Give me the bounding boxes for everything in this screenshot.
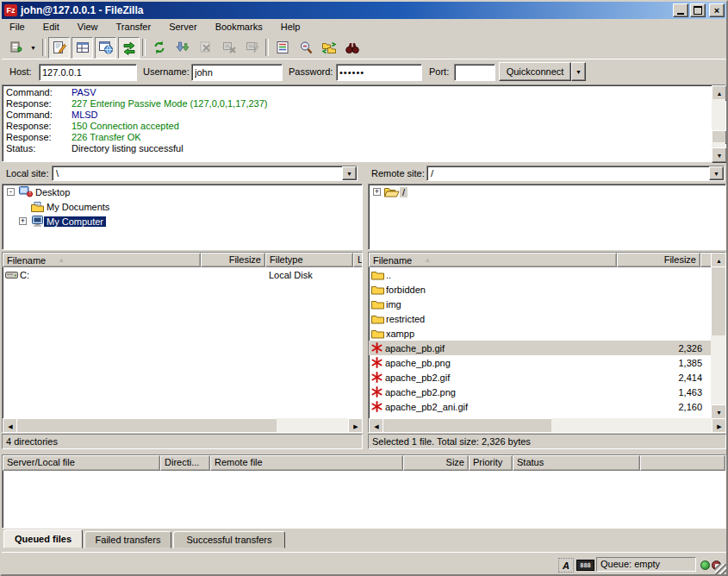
remote-file-row[interactable]: apache_pb2.gif 2,414 xyxy=(369,370,711,385)
menu-transfer[interactable]: Transfer xyxy=(109,19,159,34)
column-header-label: Priority xyxy=(473,457,502,467)
quickconnect-dropdown-button[interactable]: ▼ xyxy=(571,62,586,81)
column-header-server-local-file[interactable]: Server/Local file xyxy=(3,455,160,471)
maximize-button[interactable] xyxy=(690,3,706,17)
scroll-track[interactable] xyxy=(551,418,712,432)
process-queue-button[interactable] xyxy=(171,37,193,59)
tab-failed-transfers[interactable]: Failed transfers xyxy=(84,531,171,548)
toggle-message-log-button[interactable] xyxy=(48,37,70,59)
local-status-text: 4 directories xyxy=(3,436,58,447)
image-file-icon xyxy=(371,401,383,412)
column-header-priority[interactable]: Priority xyxy=(469,455,513,471)
collapse-icon[interactable]: - xyxy=(7,188,15,196)
remote-file-row[interactable]: apache_pb2_ani.gif 2,160 xyxy=(369,399,711,414)
cancel-operation-button[interactable] xyxy=(195,37,216,59)
toggle-remote-treeview-button[interactable] xyxy=(95,37,116,59)
log-line-text: MLSD xyxy=(72,110,98,121)
my-documents-icon xyxy=(31,202,44,212)
scroll-thumb[interactable] xyxy=(711,266,726,337)
queue-tabs: Queued files Failed transfers Successful… xyxy=(2,529,726,549)
folder-icon xyxy=(371,285,384,295)
column-header-filesize[interactable]: Filesize xyxy=(201,253,265,267)
password-input[interactable] xyxy=(336,64,422,81)
local-file-row[interactable]: C: Local Disk xyxy=(3,267,362,282)
remote-file-row[interactable]: forbidden xyxy=(369,282,711,297)
menu-server[interactable]: Server xyxy=(161,19,204,34)
close-button[interactable]: × xyxy=(709,3,725,17)
remote-file-row[interactable]: .. xyxy=(369,267,711,282)
column-header-filesize[interactable]: Filesize xyxy=(617,253,700,267)
column-header-filetype[interactable]: Filetype xyxy=(265,253,353,267)
speed-limits-indicator[interactable]: 888 xyxy=(576,560,594,571)
scroll-track[interactable] xyxy=(712,99,725,130)
scroll-right-button[interactable]: ▶ xyxy=(348,418,363,433)
tab-successful-transfers[interactable]: Successful transfers xyxy=(173,531,285,548)
tree-item-my-computer[interactable]: + My Computer xyxy=(3,214,362,229)
directory-listing-filters-button[interactable] xyxy=(271,37,293,59)
filezilla-app-icon[interactable]: Fz xyxy=(4,4,17,16)
expand-icon[interactable]: + xyxy=(19,217,27,225)
tab-queued-files[interactable]: Queued files xyxy=(3,529,83,548)
remote-file-row[interactable]: img xyxy=(369,297,711,311)
column-header-filename[interactable]: Filename▲ xyxy=(3,253,201,267)
remote-site-dropdown-button[interactable]: ▼ xyxy=(709,166,724,180)
column-header-filename[interactable]: Filename▲ xyxy=(369,253,617,267)
tree-item-label: / xyxy=(400,187,408,197)
remote-status-text: Selected 1 file. Total size: 2,326 bytes xyxy=(369,436,531,447)
log-line: Command:PASV xyxy=(3,87,725,98)
tree-item-my-documents[interactable]: My Documents xyxy=(3,199,362,214)
site-manager-dropdown-button[interactable]: ▼ xyxy=(27,37,40,59)
remote-file-row[interactable]: apache_pb2.png 1,463 xyxy=(369,385,711,399)
scroll-thumb[interactable] xyxy=(383,418,553,433)
menu-edit[interactable]: Edit xyxy=(35,19,67,34)
host-input[interactable] xyxy=(39,64,137,81)
local-status-bar: 4 directories xyxy=(2,434,363,449)
column-header-last-modified[interactable]: L xyxy=(353,253,363,267)
find-files-button[interactable] xyxy=(341,37,363,59)
tree-item-root[interactable]: + / xyxy=(369,185,725,199)
remote-file-row[interactable]: xampp xyxy=(369,326,711,341)
disconnect-button[interactable] xyxy=(218,37,240,59)
compare-directories-button[interactable] xyxy=(295,37,316,59)
menu-file[interactable]: File xyxy=(2,19,33,34)
local-site-combobox[interactable]: \ ▼ xyxy=(52,166,358,181)
column-header-remote-file[interactable]: Remote file xyxy=(210,455,403,471)
quickconnect-button[interactable]: Quickconnect xyxy=(499,62,571,81)
menu-help[interactable]: Help xyxy=(273,19,308,34)
scroll-track[interactable] xyxy=(711,335,725,404)
toggle-local-treeview-button[interactable] xyxy=(72,37,93,59)
synchronized-browsing-button[interactable] xyxy=(318,37,339,59)
toggle-transfer-queue-button[interactable] xyxy=(118,37,140,59)
remote-site-combobox[interactable]: / ▼ xyxy=(426,166,725,181)
toolbar-separator xyxy=(265,39,269,56)
file-name: xampp xyxy=(386,329,631,339)
resize-grip[interactable] xyxy=(715,564,726,575)
remote-file-row-selected[interactable]: apache_pb.gif 2,326 xyxy=(369,341,711,355)
local-site-dropdown-button[interactable]: ▼ xyxy=(342,166,357,180)
remote-file-row[interactable]: restricted xyxy=(369,311,711,326)
scroll-thumb[interactable] xyxy=(16,418,278,433)
transfer-type-indicator[interactable]: A xyxy=(558,558,574,573)
menu-view[interactable]: View xyxy=(70,19,106,34)
site-manager-button[interactable] xyxy=(5,37,27,59)
recv-led-indicator xyxy=(700,560,710,570)
expand-icon[interactable]: + xyxy=(373,188,381,196)
port-input[interactable] xyxy=(454,64,495,81)
scroll-track[interactable] xyxy=(277,418,348,432)
remote-file-row[interactable]: apache_pb.png 1,385 xyxy=(369,355,711,370)
column-header-size[interactable]: Size xyxy=(403,455,469,471)
log-line-text: PASV xyxy=(72,87,96,98)
column-header-status[interactable]: Status xyxy=(513,455,640,471)
refresh-button[interactable] xyxy=(148,37,170,59)
tree-item-desktop[interactable]: - Desktop xyxy=(3,185,362,199)
reconnect-button[interactable] xyxy=(241,37,263,59)
file-name: .. xyxy=(386,270,631,280)
minimize-button[interactable] xyxy=(673,3,688,17)
username-input[interactable] xyxy=(191,64,283,81)
scroll-down-button[interactable]: ▼ xyxy=(712,147,727,163)
menu-bookmarks[interactable]: Bookmarks xyxy=(208,19,271,34)
file-name: apache_pb2_ani.gif xyxy=(385,402,631,412)
scroll-right-button[interactable]: ▶ xyxy=(712,418,726,433)
file-size: 2,160 xyxy=(631,402,711,412)
column-header-direction[interactable]: Directi... xyxy=(160,455,210,471)
